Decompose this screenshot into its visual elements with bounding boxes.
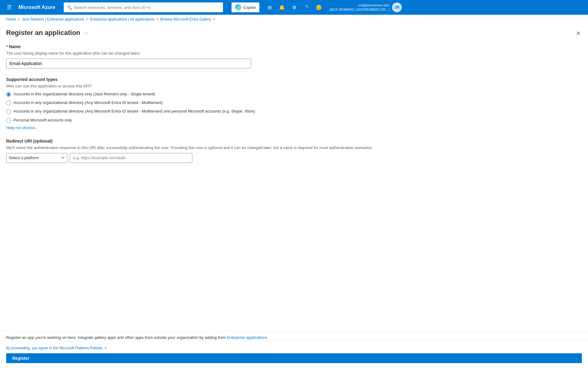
gear-icon: ⚙: [292, 5, 296, 10]
help-icon-button[interactable]: ?: [301, 2, 312, 13]
portal-icon-button[interactable]: ⊞: [264, 2, 275, 13]
breadcrumb-sep-3: >: [156, 17, 159, 21]
name-description: The user-facing display name for this ap…: [6, 51, 582, 56]
feedback-icon: 😊: [316, 5, 322, 10]
breadcrumb-home[interactable]: Home: [6, 17, 16, 21]
hamburger-menu[interactable]: ☰: [4, 2, 15, 13]
nav-icon-group: ⊞ 🔔 ⚙ ? 😊: [264, 2, 324, 13]
radio-personal-only[interactable]: [6, 118, 11, 123]
account-type-option-3[interactable]: Accounts in any organizational directory…: [6, 109, 582, 114]
copilot-icon: [235, 4, 241, 10]
redirect-uri-title: Redirect URI (optional): [6, 139, 582, 144]
radio-label-multitenant-personal: Accounts in any organizational directory…: [13, 109, 255, 114]
avatar: JR: [392, 2, 402, 12]
breadcrumb: Home > Jack Reimers | Enterprise applica…: [0, 15, 588, 24]
account-type-option-4[interactable]: Personal Microsoft accounts only: [6, 117, 582, 123]
main-content: ✕ Register an application ··· * Name The…: [0, 24, 588, 176]
search-input[interactable]: [74, 5, 220, 10]
redirect-uri-description: We'll return the authentication response…: [6, 145, 582, 150]
platform-select[interactable]: Select a platform Web Single-page applic…: [6, 153, 67, 163]
account-type-option-2[interactable]: Accounts in any organizational directory…: [6, 100, 582, 105]
breadcrumb-sep-1: >: [18, 17, 20, 21]
radio-label-multitenant: Accounts in any organizational directory…: [13, 100, 163, 105]
breadcrumb-enterprise-apps[interactable]: Jack Reimers | Enterprise applications: [22, 17, 84, 21]
radio-label-personal-only: Personal Microsoft accounts only: [13, 117, 72, 123]
redirect-uri-section: Redirect URI (optional) We'll return the…: [6, 139, 582, 163]
radio-multitenant[interactable]: [6, 101, 11, 105]
close-button[interactable]: ✕: [575, 29, 582, 38]
user-info: me@jackreimers.dev JACK REIMERS (JACKREI…: [329, 3, 390, 12]
hamburger-icon: ☰: [7, 4, 12, 11]
breadcrumb-gallery[interactable]: Browse Microsoft Entra Gallery: [160, 17, 211, 21]
app-name-input[interactable]: [6, 59, 251, 68]
user-name-text: JACK REIMERS (JACKREIMERS.DE...): [329, 7, 390, 12]
brand-name: Microsoft Azure: [18, 5, 55, 10]
account-type-option-1[interactable]: Accounts in this organizational director…: [6, 91, 582, 97]
name-label: Name: [9, 44, 21, 49]
copilot-label: Copilot: [243, 5, 255, 10]
breadcrumb-sep-4: >: [213, 17, 215, 21]
copilot-button[interactable]: Copilot: [232, 2, 259, 12]
redirect-uri-input[interactable]: [70, 153, 192, 163]
radio-label-single-tenant: Accounts in this organizational director…: [13, 91, 155, 97]
name-section-title: * Name: [6, 44, 582, 49]
required-indicator: *: [6, 44, 9, 49]
account-types-title: Supported account types: [6, 77, 582, 82]
help-me-choose-link[interactable]: Help me choose...: [6, 125, 38, 130]
bell-icon-button[interactable]: 🔔: [277, 2, 288, 13]
page-header: Register an application ···: [6, 29, 582, 37]
top-navigation: ☰ Microsoft Azure 🔍 Copilot ⊞ 🔔 ⚙ ? 😊 me…: [0, 0, 588, 15]
radio-multitenant-personal[interactable]: [6, 109, 11, 114]
account-types-section: Supported account types Who can use this…: [6, 77, 582, 130]
search-bar: 🔍: [64, 2, 223, 12]
gear-icon-button[interactable]: ⚙: [289, 2, 300, 13]
radio-single-tenant[interactable]: [6, 92, 11, 97]
bell-icon: 🔔: [279, 5, 285, 10]
account-types-question: Who can use this application or access t…: [6, 84, 582, 88]
user-section[interactable]: me@jackreimers.dev JACK REIMERS (JACKREI…: [329, 2, 402, 12]
name-section: * Name The user-facing display name for …: [6, 44, 582, 68]
breadcrumb-all-apps[interactable]: Enterprise applications | All applicatio…: [90, 17, 155, 21]
more-options-button[interactable]: ···: [84, 30, 89, 36]
help-icon: ?: [305, 5, 308, 10]
redirect-uri-row: Select a platform Web Single-page applic…: [6, 153, 582, 163]
feedback-icon-button[interactable]: 😊: [313, 2, 324, 13]
account-type-radio-group: Accounts in this organizational director…: [6, 91, 582, 123]
page-title: Register an application: [6, 29, 80, 37]
search-icon: 🔍: [67, 5, 72, 10]
breadcrumb-sep-2: >: [86, 17, 88, 21]
platform-select-wrapper: Select a platform Web Single-page applic…: [6, 153, 67, 163]
user-email-text: me@jackreimers.dev: [329, 3, 390, 7]
portal-icon: ⊞: [268, 5, 272, 10]
